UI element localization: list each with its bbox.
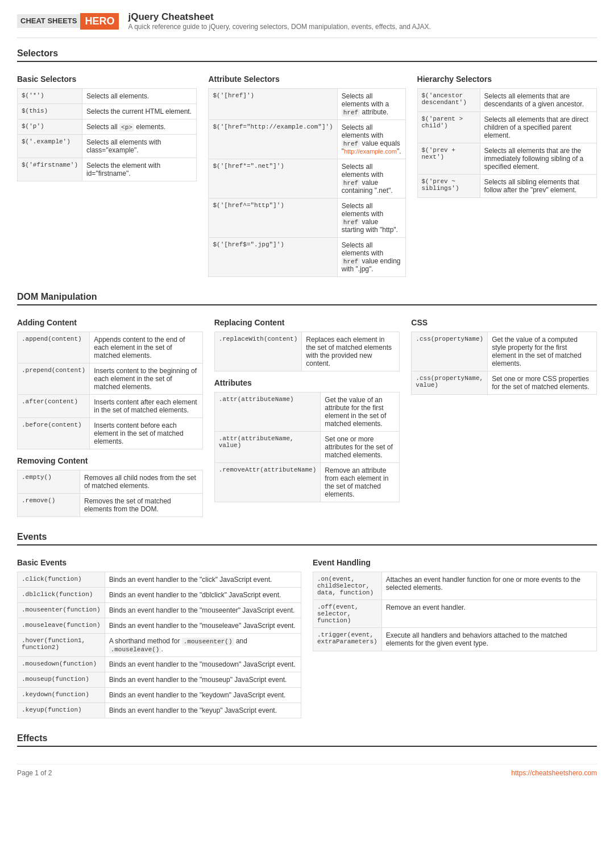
code-cell: .append(content) [18,332,90,363]
table-row: .attr(attributeName) Get the value of an… [214,392,400,432]
desc-cell: Execute all handlers and behaviors attac… [381,628,596,651]
code-cell: $('ancestor descendant') [417,89,480,112]
table-row: .mousedown(function) Binds an event hand… [18,657,301,672]
table-row: $(this) Selects the current HTML element… [18,104,197,119]
event-handling-table: .on(event, childSelector, data, function… [313,572,597,651]
attributes-title: Attributes [214,378,400,387]
removing-content-title: Removing Content [17,456,203,465]
desc-cell: Remove an attribute from each element in… [321,463,400,502]
table-row: $('[href*=".net"]') Selects all elements… [209,159,405,199]
desc-cell: Selects all elements with class="example… [82,135,197,158]
table-row: $('[href$=".jpg"]') Selects all elements… [209,238,405,277]
desc-cell: Selects the element with id="firstname". [82,158,197,181]
basic-selectors-table: $('*') Selects all elements. $(this) Sel… [17,88,197,181]
table-row: .empty() Removes all child nodes from th… [18,470,203,494]
table-row: .removeAttr(attributeName) Remove an att… [214,463,400,502]
page-number: Page 1 of 2 [17,769,52,777]
code-cell: .on(event, childSelector, data, function… [313,572,382,600]
desc-cell: Selects the current HTML element. [82,104,197,119]
selectors-columns: Basic Selectors $('*') Selects all eleme… [17,68,597,283]
dom-columns: Adding Content .append(content) Appends … [17,311,597,523]
code-cell: .empty() [18,470,80,494]
code-cell: $('prev + next') [417,143,480,175]
table-row: $('parent > child') Selects all elements… [417,112,596,143]
table-row: .mouseleave(function) Binds an event han… [18,618,301,634]
code-cell: .trigger(event, extraParameters) [313,628,382,651]
table-row: $('p') Selects all <p> elements. [18,119,197,135]
desc-cell: Selects all elements with href value end… [337,238,405,277]
dom-section-title: DOM Manipulation [17,292,597,305]
css-title: CSS [411,318,597,327]
code-cell: .before(content) [18,418,90,449]
basic-events-title: Basic Events [17,558,301,567]
header-text: jQuery Cheatsheet A quick reference guid… [128,11,431,31]
desc-cell: Binds an event handler to the "click" Ja… [105,572,301,588]
desc-cell: Selects all <p> elements. [82,119,197,135]
code-cell: .mouseleave(function) [18,618,105,634]
desc-cell: Appends content to the end of each eleme… [90,332,202,363]
table-row: .append(content) Appends content to the … [18,332,203,363]
code-cell: .prepend(content) [18,363,90,395]
desc-cell: Selects all elements that are descendant… [480,89,596,112]
code-cell: .css(propertyName) [412,332,488,371]
footer-link[interactable]: https://cheatsheetshero.com [511,769,597,777]
desc-cell: Set one or more attributes for the set o… [321,432,400,463]
desc-cell: Selects all elements with href value equ… [337,120,405,159]
table-row: $('[href]') Selects all elements with a … [209,89,405,120]
page-subtitle: A quick reference guide to jQuery, cover… [128,23,431,31]
logo-hero: HERO [80,13,119,30]
desc-cell: Selects all elements with href value con… [337,159,405,199]
footer: Page 1 of 2 https://cheatsheetshero.com [17,764,597,777]
desc-cell: A shorthand method for .mouseenter() and… [105,634,301,657]
code-cell: .click(function) [18,572,105,588]
desc-cell: Attaches an event handler function for o… [381,572,596,600]
hierarchy-selectors-table: $('ancestor descendant') Selects all ele… [417,88,597,198]
basic-selectors-title: Basic Selectors [17,75,197,84]
desc-cell: Selects all elements that are the immedi… [480,143,596,175]
code-cell: .mousedown(function) [18,657,105,672]
code-cell: .mouseenter(function) [18,603,105,618]
desc-cell: Inserts content before each element in t… [90,418,202,449]
table-row: $('[href^="http"]') Selects all elements… [209,199,405,238]
table-row: .before(content) Inserts content before … [18,418,203,449]
table-row: .dblclick(function) Binds an event handl… [18,588,301,603]
hierarchy-selectors-col: Hierarchy Selectors $('ancestor descenda… [417,68,597,283]
table-row: .mouseup(function) Binds an event handle… [18,672,301,688]
table-row: $('.example') Selects all elements with … [18,135,197,158]
table-row: .after(content) Inserts content after ea… [18,395,203,418]
desc-cell: Binds an event handler to the "mouseup" … [105,672,301,688]
table-row: $('ancestor descendant') Selects all ele… [417,89,596,112]
code-cell: .css(propertyName, value) [412,371,488,395]
code-cell: $('*') [18,89,82,104]
events-columns: Basic Events .click(function) Binds an e… [17,551,597,724]
code-cell: .off(event, selector, function) [313,600,382,628]
desc-cell: Binds an event handler to the "dblclick"… [105,588,301,603]
desc-cell: Removes all child nodes from the set of … [80,470,203,494]
dom-middle-col: Replacing Content .replaceWith(content) … [214,311,400,523]
dom-right-col: CSS .css(propertyName) Get the value of … [411,311,597,523]
code-cell: .keydown(function) [18,688,105,703]
page-title: jQuery Cheatsheet [128,11,431,23]
code-cell: .hover(function1, function2) [18,634,105,657]
code-cell: .replaceWith(content) [214,332,302,371]
code-cell: .after(content) [18,395,90,418]
table-row: .trigger(event, extraParameters) Execute… [313,628,597,651]
code-cell: .remove() [18,494,80,517]
table-row: .remove() Removes the set of matched ele… [18,494,203,517]
adding-content-table: .append(content) Appends content to the … [17,332,203,449]
table-row: .attr(attributeName, value) Set one or m… [214,432,400,463]
replacing-content-title: Replacing Content [214,318,400,327]
table-row: .keydown(function) Binds an event handle… [18,688,301,703]
code-cell: .attr(attributeName) [214,392,321,432]
table-row: .hover(function1, function2) A shorthand… [18,634,301,657]
code-cell: $('[href]') [209,89,337,120]
desc-cell: Selects all sibling elements that follow… [480,175,596,198]
attributes-table: .attr(attributeName) Get the value of an… [214,392,400,502]
dom-left-col: Adding Content .append(content) Appends … [17,311,203,523]
desc-cell: Binds an event handler to the "keydown" … [105,688,301,703]
table-row: .click(function) Binds an event handler … [18,572,301,588]
event-handling-title: Event Handling [313,558,597,567]
code-cell: $('.example') [18,135,82,158]
code-cell: $('prev ~ siblings') [417,175,480,198]
desc-cell: Set one or more CSS properties for the s… [488,371,597,395]
